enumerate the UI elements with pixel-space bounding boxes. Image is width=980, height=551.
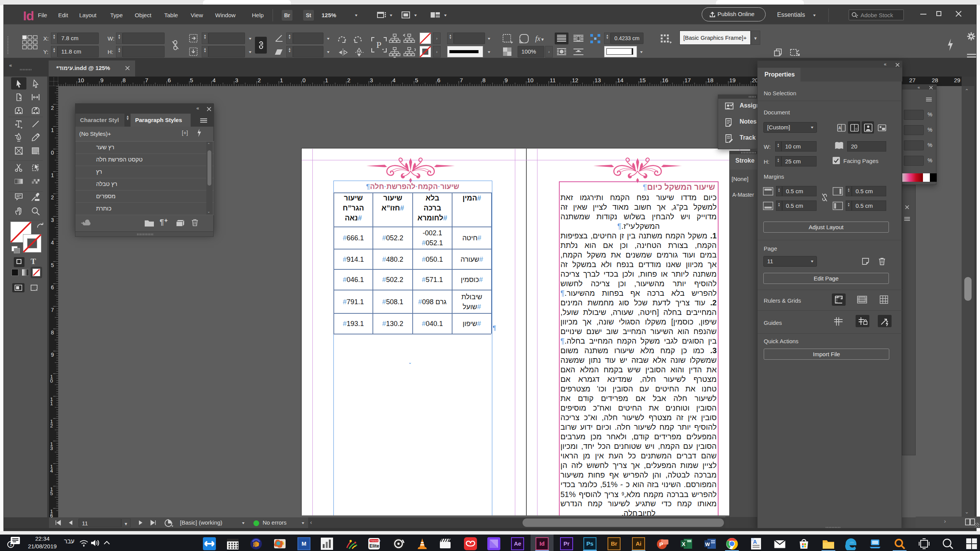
svg-text:X: X: [682, 541, 686, 547]
svg-text:Elite: Elite: [369, 543, 379, 549]
svg-text:A: A: [838, 126, 841, 130]
svg-text:1: 1: [10, 542, 12, 547]
svg-text:P: P: [376, 40, 381, 50]
svg-text:W: W: [705, 541, 710, 547]
svg-text:Transcend: Transcend: [370, 540, 381, 542]
svg-text:P: P: [659, 541, 663, 548]
